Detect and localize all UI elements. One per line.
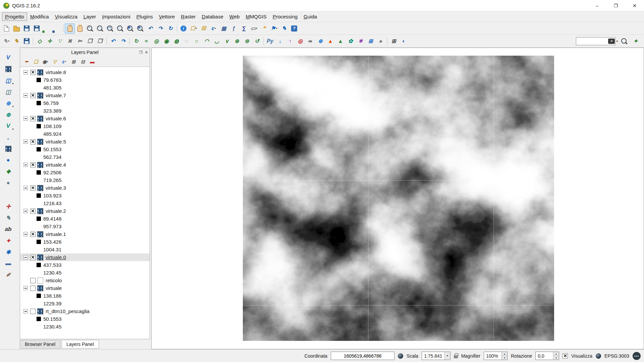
layer-name[interactable]: reticolo bbox=[44, 278, 63, 283]
add-part-button[interactable]: ◉ bbox=[161, 36, 171, 46]
layer-visibility-checkbox[interactable] bbox=[30, 255, 36, 260]
extra-tool-button[interactable]: ✦ bbox=[631, 36, 641, 46]
layer-visibility-checkbox[interactable] bbox=[30, 116, 36, 121]
measure-button[interactable]: ▭ ▾ bbox=[249, 23, 259, 34]
attribute-table-button[interactable]: ▦ bbox=[219, 23, 229, 34]
add-oracle-layer-button[interactable]: ● bbox=[3, 155, 14, 166]
expander-icon[interactable] bbox=[23, 163, 28, 167]
rotate-point-symbols-button[interactable]: ↺ bbox=[252, 36, 262, 46]
panel-float-button[interactable]: ❐ bbox=[139, 50, 143, 55]
layer-row[interactable]: virtuale.1 bbox=[20, 230, 150, 238]
layer-visibility-checkbox[interactable] bbox=[30, 309, 36, 314]
split-features-button[interactable]: ∨ bbox=[222, 36, 232, 46]
close-button[interactable]: ✕ bbox=[625, 0, 644, 11]
map-canvas[interactable] bbox=[151, 48, 644, 349]
menu-raster[interactable]: Raster bbox=[178, 12, 199, 21]
select-features-button[interactable]: ☐ ▾ bbox=[189, 23, 199, 34]
layer-name[interactable]: virtuale.8 bbox=[44, 69, 67, 75]
spin-up-icon[interactable]: ▲ bbox=[502, 352, 507, 356]
layer-row[interactable]: virtuale.8 bbox=[20, 68, 150, 76]
processing-toolbox-button[interactable]: ✱ bbox=[3, 247, 14, 257]
add-postgis-layer-button[interactable]: ◫ ▾ bbox=[3, 75, 14, 86]
zoom-native-button[interactable]: 1:1 bbox=[105, 23, 115, 34]
menu-web[interactable]: Web bbox=[226, 12, 243, 21]
rotate-feature-button[interactable]: ↻ bbox=[131, 36, 141, 46]
new-shapefile-layer-button[interactable]: ❖ bbox=[3, 166, 14, 177]
move-feature-button[interactable]: ✛ bbox=[45, 36, 55, 46]
rotation-spinbox[interactable]: 0,0 ▲▼ bbox=[535, 352, 559, 360]
menu-vettore[interactable]: Vettore bbox=[156, 12, 178, 21]
menu-visualizza[interactable]: Visualizza bbox=[52, 12, 80, 21]
extents-toggle-icon[interactable] bbox=[398, 353, 403, 359]
overflow-chevron[interactable]: » bbox=[376, 36, 386, 46]
menu-processing[interactable]: Processing bbox=[270, 12, 301, 21]
layer-name[interactable]: virtuale.2 bbox=[44, 208, 67, 214]
expander-icon[interactable] bbox=[23, 309, 28, 313]
expand-all-button[interactable]: ⊞ bbox=[69, 57, 78, 66]
add-virtual-layer-button[interactable] bbox=[3, 143, 14, 154]
layer-name[interactable]: virtuale.6 bbox=[44, 116, 67, 121]
messages-button[interactable]: ••• bbox=[633, 352, 641, 360]
zoom-out-button[interactable]: − bbox=[95, 23, 105, 34]
layer-name[interactable]: virtuale.3 bbox=[44, 185, 67, 191]
select-by-expression-button[interactable]: ε ▾ bbox=[209, 23, 219, 34]
add-group-button[interactable]: ❏ bbox=[32, 57, 40, 66]
delete-part-button[interactable]: ○ bbox=[192, 36, 202, 46]
layer-row[interactable]: virtuale.3 bbox=[20, 184, 150, 192]
layer-name[interactable]: virtuale.5 bbox=[44, 139, 67, 144]
layer-visibility-checkbox[interactable] bbox=[30, 93, 36, 98]
layer-row[interactable]: virtuale.0 bbox=[20, 253, 150, 261]
expander-icon[interactable] bbox=[23, 186, 28, 190]
layer-row[interactable]: reticolo bbox=[20, 277, 150, 284]
redo-button[interactable]: ↷ bbox=[118, 36, 128, 46]
layer-visibility-checkbox[interactable] bbox=[30, 278, 36, 283]
scale-combo[interactable]: 1:75.841 ▾ bbox=[422, 352, 450, 360]
magnifier-spin-buttons[interactable]: ▲▼ bbox=[501, 352, 507, 360]
tab-browser-panel[interactable]: Browser Panel bbox=[20, 340, 60, 349]
search-binoculars-button[interactable]: ∞ bbox=[305, 36, 315, 46]
scale-lock-icon[interactable] bbox=[454, 355, 458, 358]
save-project-button[interactable] bbox=[21, 23, 32, 34]
render-checkbox[interactable] bbox=[562, 353, 568, 359]
expander-icon[interactable] bbox=[23, 255, 28, 259]
menu-progetto[interactable]: Progetto bbox=[2, 12, 27, 21]
pan-to-selection-button[interactable] bbox=[75, 23, 85, 34]
layer-visibility-checkbox[interactable] bbox=[30, 162, 36, 168]
save-project-as-button[interactable] bbox=[32, 23, 42, 34]
layer-visibility-checkbox[interactable] bbox=[30, 70, 36, 75]
layer-row[interactable]: virtuale bbox=[20, 284, 150, 292]
merge-attributes-button[interactable]: ⊜ bbox=[242, 36, 252, 46]
vector-tools-button[interactable]: ✿ bbox=[345, 36, 356, 46]
search-caret-icon[interactable]: ▾ bbox=[616, 40, 618, 43]
expander-icon[interactable] bbox=[23, 70, 28, 74]
layer-name[interactable]: virtuale.7 bbox=[44, 93, 67, 98]
refresh-button[interactable]: ↻ bbox=[165, 23, 175, 34]
menu-plugins[interactable]: Plugins bbox=[133, 12, 156, 21]
magnifier-spinbox[interactable]: 100% ▲▼ bbox=[484, 352, 507, 360]
python-console-button[interactable]: Py bbox=[265, 36, 275, 46]
spin-up-icon[interactable]: ▲ bbox=[553, 352, 559, 356]
panel-close-button[interactable]: ✕ bbox=[145, 50, 148, 55]
zoom-in-button[interactable]: + bbox=[85, 23, 95, 34]
pan-map-button[interactable] bbox=[65, 23, 75, 34]
layer-row[interactable]: virtuale.6 bbox=[20, 115, 150, 122]
expander-icon[interactable] bbox=[23, 286, 28, 290]
composer-manager-button[interactable] bbox=[52, 23, 62, 34]
new-composer-button[interactable] bbox=[42, 23, 52, 34]
layer-name[interactable]: virtuale.0 bbox=[44, 254, 67, 260]
maximize-button[interactable]: ❐ bbox=[606, 0, 625, 11]
save-layer-edits-button[interactable] bbox=[21, 36, 32, 46]
map-themes-button[interactable]: ◉ ▾ bbox=[41, 57, 50, 66]
menu-impostazioni[interactable]: Impostazioni bbox=[99, 12, 133, 21]
spin-down-icon[interactable]: ▼ bbox=[553, 356, 559, 360]
layer-row[interactable]: rt_dtm10_pescaglia bbox=[20, 307, 150, 315]
labeling-button[interactable]: ab bbox=[3, 224, 14, 235]
layer-visibility-checkbox[interactable] bbox=[30, 208, 36, 214]
notes-button[interactable]: ✐ bbox=[3, 269, 14, 280]
expander-icon[interactable] bbox=[23, 209, 28, 213]
deselect-features-button[interactable]: ☒ bbox=[199, 23, 209, 34]
layer-visibility-checkbox[interactable] bbox=[30, 139, 36, 144]
share-layers-button[interactable]: ✳ bbox=[356, 36, 366, 46]
zoom-last-button[interactable]: ↶ bbox=[145, 23, 155, 34]
layer-name[interactable]: virtuale bbox=[44, 285, 63, 291]
